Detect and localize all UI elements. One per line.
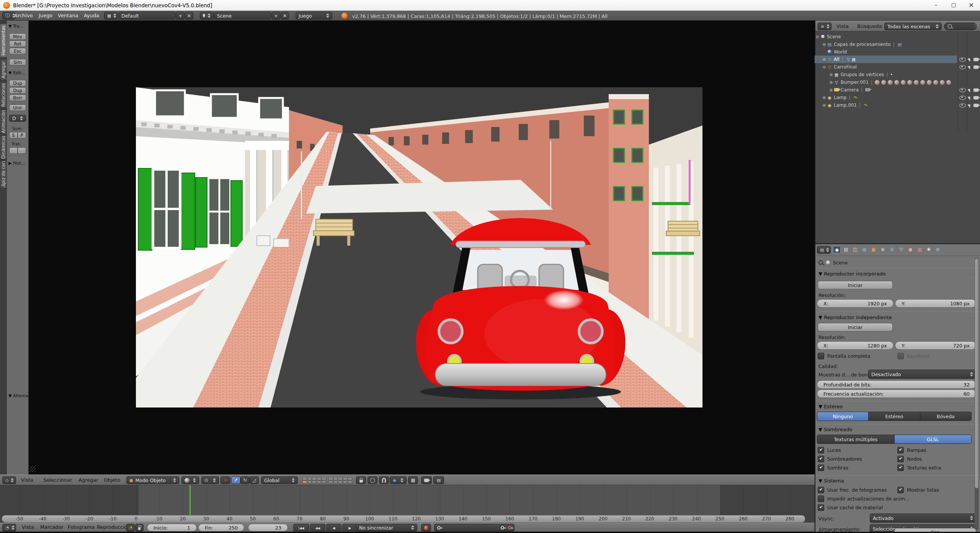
extra-textures-checkbox[interactable]: ✔ Texturas extra (897, 465, 941, 471)
scrollbar-thumb[interactable] (975, 259, 978, 488)
cursor-icon[interactable] (967, 88, 972, 92)
camera-toggle-icon[interactable] (973, 65, 978, 69)
editor-type-dropdown-timeline[interactable]: ◔ (2, 524, 16, 531)
camera-toggle-icon[interactable] (973, 96, 978, 99)
area-corner-widget[interactable] (974, 23, 979, 28)
camera-toggle-icon[interactable] (973, 104, 978, 107)
tab-dinamicas[interactable]: Dinámicas (0, 135, 7, 159)
scene-add-button[interactable]: + (272, 12, 280, 20)
outliner-row-vertex-groups[interactable]: ⊕ ▦ Grupos de vértices | • (815, 71, 980, 78)
mode-selector[interactable]: ■ Modo Objeto (126, 476, 179, 484)
orientation-selector[interactable]: Global (261, 476, 298, 484)
menu-vista-outliner[interactable]: Vista (833, 21, 852, 31)
outliner-row-camera[interactable]: ⊕ Camera | (815, 86, 980, 94)
editor-type-dropdown-outliner[interactable]: ≡ (818, 23, 831, 30)
tab-agregar[interactable]: Agregar (0, 59, 7, 80)
manipulator-toggle[interactable]: ✛ (220, 476, 230, 484)
aa-dropdown[interactable]: Desactivado (868, 370, 976, 379)
menu-fotograma[interactable]: Fotograma (64, 523, 98, 532)
lock-range-button[interactable] (135, 524, 144, 531)
cursor-icon[interactable] (967, 95, 972, 100)
panel-embedded-header[interactable]: ▼ Reproductor incorporado (818, 271, 886, 277)
vsync-dropdown[interactable]: Activado (870, 513, 976, 523)
eye-icon[interactable] (959, 57, 966, 62)
cursor-icon[interactable] (967, 57, 972, 62)
panel-standalone-header[interactable]: ▼ Reproductor independiente (818, 315, 892, 320)
tab-material[interactable]: ● (906, 246, 914, 253)
panel-stereo-header[interactable]: ▼ Estéreo (818, 404, 843, 409)
jump-start-button[interactable]: |◀◀ (293, 524, 309, 532)
motion-right-button[interactable] (18, 147, 26, 154)
scene-close-button[interactable]: ✕ (281, 12, 289, 20)
move-button[interactable]: Mov (9, 33, 26, 40)
tab-render-layers[interactable]: ▤ (842, 246, 850, 253)
expander-icon[interactable]: ⊕ (828, 72, 834, 77)
frame-end-field[interactable]: Fin:250 (198, 524, 244, 531)
fullscreen-checkbox[interactable]: Pantalla completa (818, 353, 870, 359)
current-frame-field[interactable]: 23 (248, 524, 288, 531)
outliner-row-render-layers[interactable]: ⊕ ▤ Capas de procesamiento | ▤ (815, 41, 980, 48)
embedded-res-y[interactable]: Y:1080 px (895, 299, 976, 308)
nodes-checkbox[interactable]: ✔ Nodos (897, 456, 922, 462)
insert-keyframe-icon[interactable] (501, 526, 504, 530)
menu-vista-timeline[interactable]: Vista (18, 523, 38, 532)
lock-to-scene-button[interactable] (356, 476, 366, 484)
restrict-anim-checkbox[interactable]: Impedir actualizaciones de anim... (818, 496, 910, 502)
tab-scene[interactable]: ◫ (851, 246, 859, 253)
tab-object[interactable]: ▣ (870, 246, 877, 253)
outliner-search-input[interactable] (944, 23, 977, 30)
expander-icon[interactable]: ⊕ (828, 80, 834, 85)
layout-add-button[interactable]: + (176, 12, 185, 20)
desktop-checkbox[interactable]: Escritorio (897, 353, 929, 359)
lamp-post-left[interactable] (301, 152, 302, 219)
opengl-render-anim-button[interactable]: ▤ (433, 476, 444, 484)
scale-button[interactable]: Esc (9, 48, 26, 54)
tab-data[interactable]: ▽ (897, 246, 905, 253)
menu-vista-3d[interactable]: Vista (18, 475, 37, 485)
frame-start-field[interactable]: Inicio:1 (147, 524, 197, 531)
motion-left-button[interactable] (9, 147, 18, 154)
eye-icon[interactable] (959, 103, 966, 108)
sync-mode-selector[interactable]: No sincronizar (356, 524, 417, 531)
properties-scrollbar[interactable] (975, 258, 979, 530)
delete-button[interactable]: Borr (9, 95, 26, 101)
panel-alterna-header[interactable]: ▼ Alterna (8, 393, 28, 398)
menu-agregar-3d[interactable]: Agregar (75, 475, 102, 485)
layout-icon-button[interactable]: ▦ (104, 12, 118, 20)
expander-icon[interactable]: ⊕ (822, 42, 827, 47)
bit-depth-slider[interactable]: Profundidad de bits:32 (817, 380, 976, 389)
menu-archivo[interactable]: Archivo (11, 11, 36, 21)
menu-objeto[interactable]: Objeto (100, 475, 124, 485)
pin-icon[interactable] (818, 260, 823, 265)
embedded-res-x[interactable]: X:1920 px (817, 299, 893, 308)
preview-range-button[interactable]: ◔ (126, 524, 135, 531)
material-cache-checkbox[interactable]: ✔ Usar caché de material (818, 504, 883, 511)
menu-ayuda[interactable]: Ayuda (80, 11, 103, 21)
timeline-playhead[interactable] (189, 485, 191, 515)
layout-close-button[interactable]: ✕ (185, 12, 193, 20)
timeline-ruler[interactable]: -50-40-30-20-100102030405060708090100110… (0, 515, 815, 523)
tab-world[interactable]: ◍ (861, 246, 868, 253)
lamp-post-pink[interactable] (689, 160, 691, 204)
outliner-row-all[interactable]: ⊕ ▽ All | ▽ ▦ (815, 55, 957, 63)
tab-physics[interactable]: ⊚ (934, 246, 942, 253)
tab-animacion[interactable]: Animación (0, 109, 7, 134)
menu-busqueda[interactable]: Búsqueda (854, 21, 885, 31)
origin-dropdown[interactable]: D (9, 115, 26, 122)
delete-keyframe-icon[interactable] (508, 526, 511, 530)
refresh-rate-slider[interactable]: Frecuencia actualización:60 (817, 390, 976, 398)
area-corner-widget[interactable] (807, 525, 812, 530)
lights-checkbox[interactable]: ✔ Luces (818, 447, 841, 453)
standalone-res-y[interactable]: Y:720 px (895, 341, 976, 350)
expander-icon[interactable]: ⊕ (828, 88, 834, 93)
tab-modifiers[interactable]: ⚙ (888, 246, 896, 253)
stereo-none-button[interactable]: Ninguno (817, 412, 869, 421)
eye-icon[interactable] (959, 65, 966, 69)
standalone-res-x[interactable]: X:1280 px (817, 341, 893, 350)
shade-smooth-button[interactable]: S (9, 132, 18, 139)
play-button[interactable]: ▶ (342, 524, 358, 532)
minimize-button[interactable]: – (927, 0, 945, 11)
ramps-checkbox[interactable]: ✔ Rampas (897, 447, 926, 453)
area-corner-widget[interactable] (29, 466, 36, 472)
snap-element-selector[interactable]: ◈ (390, 476, 407, 484)
